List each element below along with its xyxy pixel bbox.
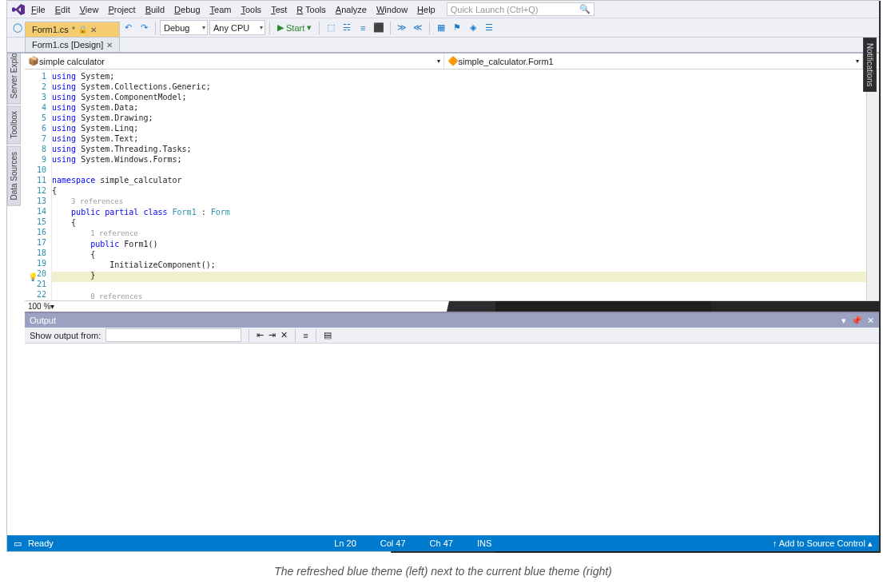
doc-tab[interactable]: Form1.cs [Design] ✕ bbox=[25, 37, 120, 52]
output-show-from-label: Show output from: bbox=[30, 331, 101, 340]
tb-icon-3[interactable]: ≡ bbox=[356, 21, 370, 35]
output-title-bar[interactable]: Output ▾ 📌 ✕ bbox=[25, 313, 879, 328]
quick-launch-input[interactable]: Quick Launch (Ctrl+Q) 🔍 bbox=[447, 2, 595, 16]
output-wrap-icon[interactable]: ≡ bbox=[303, 331, 308, 340]
code-editor[interactable]: 💡 12345678910111213141516171819202122232… bbox=[25, 70, 879, 300]
config-combo[interactable]: Debug bbox=[160, 20, 208, 35]
output-panel: Output ▾ 📌 ✕ Show output from: ⇤ ⇥ ✕ ≡ ▤ bbox=[25, 312, 879, 535]
add-source-control[interactable]: ↑ Add to Source Control ▴ bbox=[773, 538, 873, 549]
menu-r-tools[interactable]: R Tools bbox=[292, 5, 331, 14]
menu-file[interactable]: File bbox=[26, 5, 50, 14]
menu-bar: FileEditViewProjectBuildDebugTeamToolsTe… bbox=[7, 1, 879, 18]
caption-text: The refreshed blue theme (left) next to … bbox=[6, 565, 880, 578]
output-clear-icon[interactable]: ✕ bbox=[280, 330, 288, 340]
tb-icon-1[interactable]: ⬚ bbox=[324, 21, 338, 35]
menu-view[interactable]: View bbox=[75, 5, 104, 14]
tb-icon-6[interactable]: ≪ bbox=[411, 21, 425, 35]
vs-logo-icon bbox=[10, 4, 26, 15]
tb-icon-8[interactable]: ⚑ bbox=[450, 21, 464, 35]
menu-project[interactable]: Project bbox=[103, 5, 140, 14]
undo-icon[interactable]: ↶ bbox=[121, 21, 135, 35]
nav-back-icon[interactable]: ◯ bbox=[10, 21, 25, 35]
left-tab-data-sources[interactable]: Data Sources bbox=[7, 146, 21, 206]
lightbulb-icon[interactable]: 💡 bbox=[28, 272, 38, 281]
menu-debug[interactable]: Debug bbox=[169, 5, 205, 14]
output-source-combo[interactable] bbox=[105, 328, 241, 342]
tb-icon-2[interactable]: ☵ bbox=[340, 21, 354, 35]
menu-analyze[interactable]: Analyze bbox=[331, 5, 372, 14]
status-bar: ▭ Ready Ln 20 Col 47 Ch 47 INS ↑ Add to … bbox=[7, 535, 879, 551]
menu-build[interactable]: Build bbox=[141, 5, 169, 14]
menu-team[interactable]: Team bbox=[205, 5, 237, 14]
output-next-icon[interactable]: ⇥ bbox=[268, 330, 276, 340]
tb-icon-7[interactable]: ▦ bbox=[434, 21, 448, 35]
tb-icon-5[interactable]: ≫ bbox=[395, 21, 409, 35]
status-ins: INS bbox=[477, 538, 491, 548]
redo-icon[interactable]: ↷ bbox=[137, 21, 151, 35]
status-icon: ▭ bbox=[14, 538, 22, 549]
status-col: Col 47 bbox=[380, 538, 406, 548]
platform-combo[interactable]: Any CPU bbox=[209, 20, 265, 35]
menu-edit[interactable]: Edit bbox=[50, 5, 75, 14]
start-button[interactable]: ▶ Start ▾ bbox=[274, 22, 315, 33]
zoom-indicator[interactable]: 100 % ▾ bbox=[25, 300, 879, 312]
panel-pin-icon[interactable]: 📌 bbox=[851, 316, 862, 326]
main-toolbar: ◯ ▾ 📄 📂 💾 💾 ↶ ↷ Debug Any CPU ▶ Start ▾ … bbox=[7, 18, 879, 38]
output-toggle-icon[interactable]: ▤ bbox=[324, 330, 332, 340]
panel-close-icon[interactable]: ✕ bbox=[867, 316, 874, 326]
nav-class-combo[interactable]: 📦 simple calculator bbox=[25, 54, 444, 69]
code-nav-bar: 📦 simple calculator 🔶 simple_calculator.… bbox=[25, 54, 879, 70]
doc-tab[interactable]: Form1.cs * 🔒 ✕ bbox=[25, 22, 120, 37]
status-ch: Ch 47 bbox=[430, 538, 453, 548]
output-prev-icon[interactable]: ⇤ bbox=[257, 330, 264, 340]
left-tab-toolbox[interactable]: Toolbox bbox=[7, 105, 21, 144]
menu-tools[interactable]: Tools bbox=[236, 5, 266, 14]
status-ln: Ln 20 bbox=[334, 538, 356, 548]
menu-test[interactable]: Test bbox=[266, 5, 292, 14]
status-ready: Ready bbox=[28, 538, 54, 548]
notifications-tab[interactable]: Notifications bbox=[863, 38, 877, 92]
tb-icon-10[interactable]: ☰ bbox=[482, 21, 496, 35]
menu-help[interactable]: Help bbox=[412, 5, 440, 14]
menu-window[interactable]: Window bbox=[372, 5, 412, 14]
output-body[interactable] bbox=[25, 344, 879, 535]
tb-icon-4[interactable]: ⬛ bbox=[372, 21, 386, 35]
nav-member-combo[interactable]: 🔶 simple_calculator.Form1 bbox=[444, 54, 864, 69]
tb-icon-9[interactable]: ◈ bbox=[466, 21, 480, 35]
left-tool-rail: Server ExplorerToolboxData Sources bbox=[7, 38, 23, 309]
editor-scrollbar[interactable] bbox=[866, 70, 879, 300]
panel-dropdown-icon[interactable]: ▾ bbox=[841, 316, 846, 326]
document-tab-strip: Form1.cs * 🔒 ✕Form1.cs [Design] ✕ bbox=[7, 38, 879, 54]
